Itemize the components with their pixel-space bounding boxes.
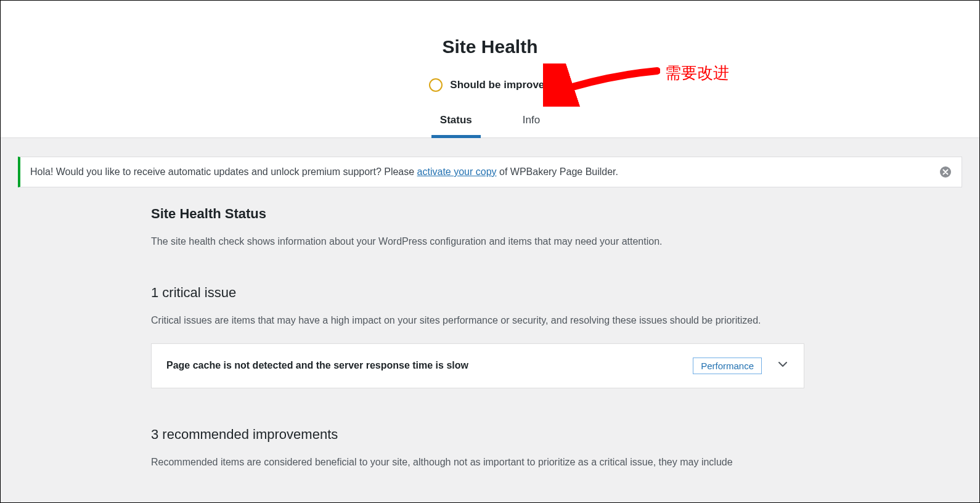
activate-link[interactable]: activate your copy <box>417 166 497 177</box>
recommended-heading: 3 recommended improvements <box>151 427 804 443</box>
dismiss-notice-button[interactable] <box>939 166 952 178</box>
issue-right: Performance <box>693 358 789 374</box>
tab-info[interactable]: Info <box>519 114 544 137</box>
tabs: Status Info <box>1 114 979 138</box>
recommended-desc: Recommended items are considered benefic… <box>151 455 804 470</box>
critical-issue-row[interactable]: Page cache is not detected and the serve… <box>151 343 804 388</box>
notice-pre: Hola! Would you like to receive automati… <box>30 166 417 177</box>
tab-status[interactable]: Status <box>436 114 476 137</box>
header: Site Health Should be improved 需要改进 Stat… <box>1 1 979 138</box>
status-text: Should be improved <box>450 79 550 91</box>
annotation: 需要改进 <box>543 63 729 107</box>
content: Site Health Status The site health check… <box>151 206 804 470</box>
body: Hola! Would you like to receive automati… <box>1 138 979 503</box>
notice-post: of WPBakery Page Builder. <box>497 166 618 177</box>
critical-desc: Critical issues are items that may have … <box>151 313 804 329</box>
close-icon <box>939 166 952 178</box>
arrow-icon <box>543 63 660 107</box>
annotation-text: 需要改进 <box>665 62 729 84</box>
page-title: Site Health <box>1 36 979 57</box>
notice-text: Hola! Would you like to receive automati… <box>30 166 618 178</box>
chevron-down-icon <box>777 358 789 373</box>
critical-heading: 1 critical issue <box>151 285 804 301</box>
site-health-status-indicator: Should be improved <box>429 78 550 92</box>
activation-notice: Hola! Would you like to receive automati… <box>18 157 962 187</box>
performance-badge: Performance <box>693 358 762 374</box>
status-desc: The site health check shows information … <box>151 234 804 249</box>
status-heading: Site Health Status <box>151 206 804 222</box>
status-circle-icon <box>429 78 443 92</box>
issue-title: Page cache is not detected and the serve… <box>166 360 468 371</box>
